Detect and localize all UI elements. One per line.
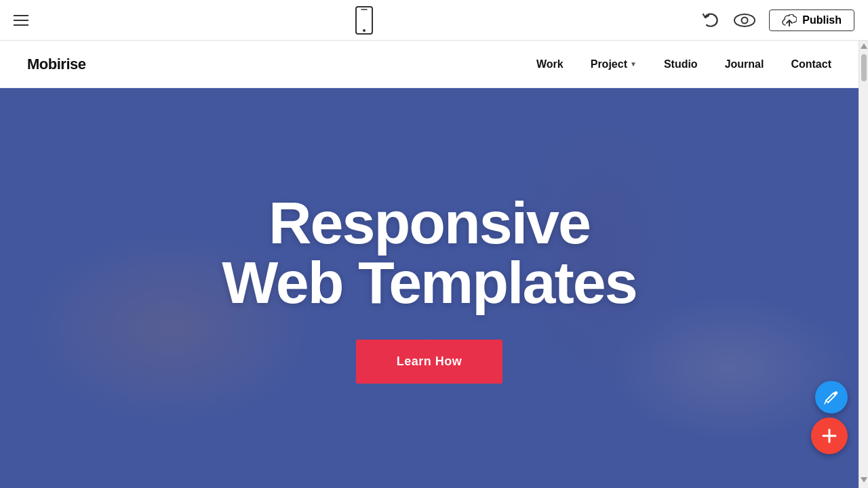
undo-icon bbox=[700, 10, 720, 30]
toolbar-right: Publish bbox=[700, 9, 854, 31]
publish-label: Publish bbox=[802, 14, 842, 26]
toolbar: Publish bbox=[0, 0, 868, 41]
hero-content: Responsive Web Templates Learn How bbox=[222, 193, 636, 384]
hero-title-line2: Web Templates bbox=[222, 249, 636, 316]
hero-title: Responsive Web Templates bbox=[222, 193, 636, 312]
project-dropdown-arrow: ▼ bbox=[630, 60, 637, 68]
hamburger-menu-button[interactable] bbox=[14, 15, 28, 26]
eye-icon bbox=[734, 13, 755, 28]
fab-plus-button[interactable] bbox=[811, 418, 848, 454]
plus-icon bbox=[821, 427, 838, 445]
mobile-preview-button[interactable] bbox=[355, 5, 374, 35]
scrollbar-thumb[interactable] bbox=[861, 54, 867, 81]
scrollbar-arrow-up[interactable] bbox=[861, 43, 867, 49]
nav-link-project[interactable]: Project ▼ bbox=[591, 58, 637, 70]
hero-title-line1: Responsive bbox=[269, 189, 590, 256]
undo-button[interactable] bbox=[700, 10, 720, 30]
publish-button[interactable]: Publish bbox=[769, 9, 854, 31]
scrollbar[interactable] bbox=[859, 41, 868, 488]
phone-icon bbox=[355, 5, 374, 35]
hero-section: Responsive Web Templates Learn How bbox=[0, 88, 859, 488]
nav-link-work[interactable]: Work bbox=[536, 58, 564, 70]
nav-link-studio[interactable]: Studio bbox=[664, 58, 698, 70]
fab-pencil-button[interactable] bbox=[815, 381, 848, 413]
preview-button[interactable] bbox=[734, 13, 755, 28]
site-nav: Mobirise Work Project ▼ Studio Journal C… bbox=[0, 41, 859, 88]
svg-point-4 bbox=[742, 17, 748, 23]
toolbar-left bbox=[14, 15, 28, 26]
toolbar-center bbox=[355, 5, 374, 35]
scrollbar-arrow-down[interactable] bbox=[861, 477, 867, 483]
svg-point-1 bbox=[363, 29, 366, 32]
nav-link-journal[interactable]: Journal bbox=[725, 58, 764, 70]
nav-link-contact[interactable]: Contact bbox=[791, 58, 831, 70]
svg-line-6 bbox=[825, 401, 826, 404]
preview-area: Mobirise Work Project ▼ Studio Journal C… bbox=[0, 41, 868, 488]
site-nav-links: Work Project ▼ Studio Journal Contact bbox=[536, 58, 831, 70]
hero-cta-button[interactable]: Learn How bbox=[356, 340, 503, 384]
site-logo: Mobirise bbox=[27, 56, 85, 73]
hamburger-icon bbox=[14, 15, 28, 26]
svg-point-3 bbox=[734, 14, 755, 26]
cloud-upload-icon bbox=[782, 14, 797, 26]
pencil-icon bbox=[824, 390, 839, 405]
